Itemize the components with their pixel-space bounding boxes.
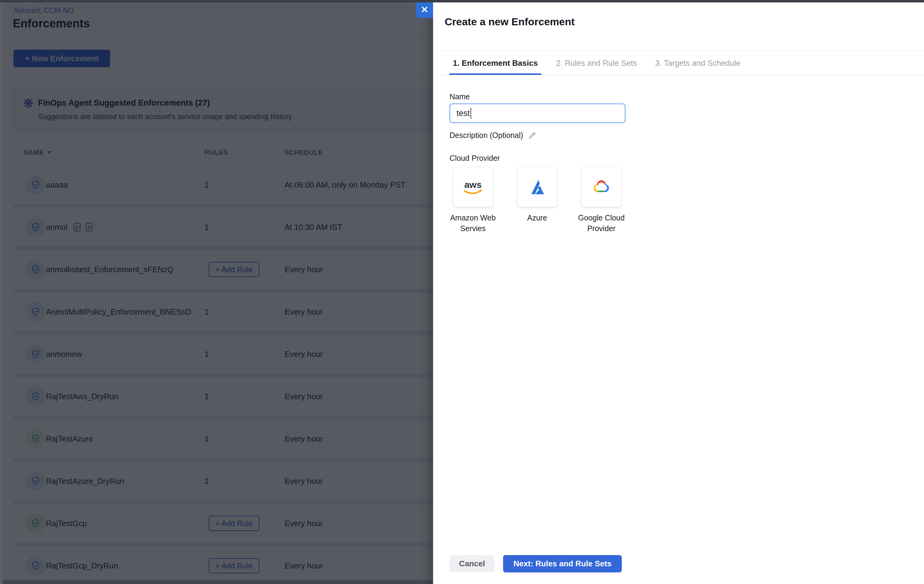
svg-text:aws: aws [464,180,482,190]
provider-card[interactable]: aws [453,167,493,207]
aws-logo-icon: aws [460,179,486,196]
azure-logo-icon [528,177,547,197]
top-edge-bar [0,0,924,2]
tabs-divider [433,75,924,75]
tab-2[interactable]: 2. Rules and Rule Sets [553,51,641,75]
wizard-tabs: 1. Enforcement Basics 2. Rules and Rule … [449,51,744,75]
description-row: Description (Optional) [449,131,536,140]
provider-label: Google Cloud Provider [569,213,634,234]
cancel-button[interactable]: Cancel [449,555,495,572]
drawer-title: Create a new Enforcement [445,16,574,28]
name-input-value: test [457,109,470,118]
close-button[interactable]: ✕ [416,1,433,18]
provider-card[interactable] [517,167,557,207]
text-caret [470,108,471,119]
description-label: Description (Optional) [449,131,523,140]
left-edge-bar [0,2,3,584]
gcp-logo-icon [591,179,612,196]
provider-option-gcp: Google Cloud Provider [582,167,621,207]
create-enforcement-drawer: ✕ Create a new Enforcement 1. Enforcemen… [433,0,924,584]
provider-label: Amazon Web Servies [441,213,505,234]
name-label: Name [449,92,470,101]
name-input[interactable]: test [449,104,625,123]
cloud-provider-label: Cloud Provider [449,154,500,162]
provider-card[interactable] [582,167,621,207]
tab-1[interactable]: 1. Enforcement Basics [449,51,541,75]
provider-option-azure: Azure [517,167,557,207]
tab-3[interactable]: 3. Targets and Schedule [652,51,744,75]
bottom-edge-bar [0,580,433,584]
close-icon: ✕ [421,4,428,15]
screen: Account: CCM-NG Enforcements + New Enfor… [0,0,924,584]
edit-pencil-icon[interactable] [528,131,536,139]
provider-option-aws: aws Amazon Web Servies [453,167,493,207]
next-button[interactable]: Next: Rules and Rule Sets [503,555,622,572]
provider-label: Azure [505,213,569,223]
